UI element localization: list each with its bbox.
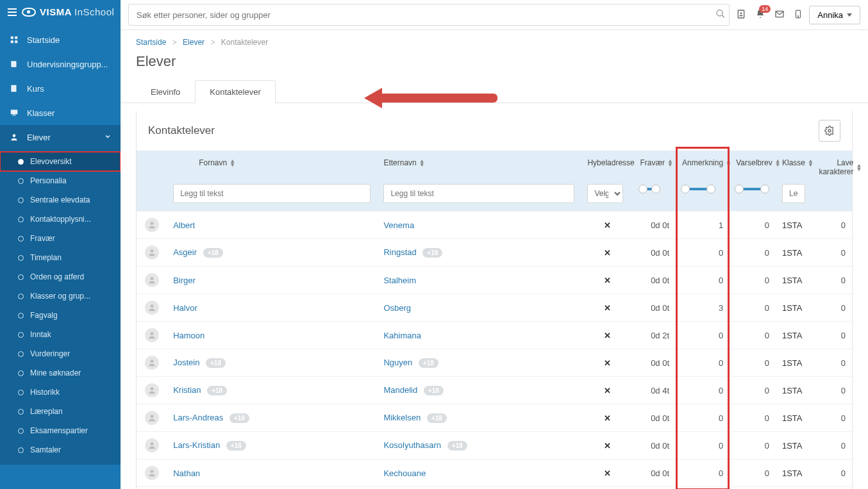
filter-anmerk-slider[interactable] bbox=[682, 188, 714, 190]
subnav-item-mine-s-knader[interactable]: Mine søknader bbox=[0, 363, 121, 383]
x-icon[interactable]: ✕ bbox=[604, 441, 611, 451]
etternavn-link[interactable]: Mandelid bbox=[383, 385, 417, 395]
x-icon[interactable]: ✕ bbox=[604, 468, 611, 478]
search-input[interactable] bbox=[128, 4, 730, 26]
subnav-item-elevoversikt[interactable]: Elevoversikt bbox=[0, 152, 121, 171]
bell-icon[interactable]: 14 bbox=[755, 9, 765, 21]
breadcrumb-level2[interactable]: Elever bbox=[183, 38, 204, 47]
col-fravar[interactable]: Fravær▲▼ bbox=[633, 151, 676, 180]
fornavn-link[interactable]: Asgeir bbox=[173, 247, 197, 257]
etternavn-link[interactable]: Stalheim bbox=[383, 276, 416, 285]
fornavn-link[interactable]: Hamoon bbox=[173, 331, 204, 340]
sidebar-item-klasser[interactable]: Klasser bbox=[0, 101, 121, 125]
fornavn-link[interactable]: Birger bbox=[173, 276, 196, 285]
etternavn-link[interactable]: Mikkelsen bbox=[383, 413, 421, 422]
hamburger-icon[interactable] bbox=[8, 8, 17, 16]
svg-point-17 bbox=[150, 304, 153, 308]
envelope-icon[interactable] bbox=[774, 9, 785, 21]
avatar bbox=[145, 273, 159, 287]
chevron-down-icon bbox=[104, 133, 112, 142]
x-icon[interactable]: ✕ bbox=[604, 303, 611, 313]
col-hybel[interactable]: Hybeladresse bbox=[581, 151, 633, 180]
table-row[interactable]: BirgerStalheim✕0d 0t001STA0 bbox=[137, 267, 852, 294]
x-icon[interactable]: ✕ bbox=[604, 331, 611, 340]
tab-elevinfo[interactable]: Elevinfo bbox=[136, 80, 195, 103]
subnav-item-historikk[interactable]: Historikk bbox=[0, 383, 121, 402]
sidebar-item-elever[interactable]: Elever bbox=[0, 125, 121, 149]
etternavn-link[interactable]: Osberg bbox=[383, 303, 411, 313]
user-menu-button[interactable]: Annika bbox=[809, 6, 860, 24]
subnav-item-fagvalg[interactable]: Fagvalg bbox=[0, 306, 121, 325]
subnav-item-sentrale-elevdata[interactable]: Sentrale elevdata bbox=[0, 190, 121, 210]
subnav-item-inntak[interactable]: Inntak bbox=[0, 325, 121, 344]
etternavn-link[interactable]: Ringstad bbox=[383, 247, 416, 257]
subnav-item-eksamenspartier[interactable]: Eksamenspartier bbox=[0, 421, 121, 440]
mobile-icon[interactable] bbox=[794, 9, 803, 21]
sidebar-item-kurs[interactable]: Kurs bbox=[0, 76, 121, 101]
filter-fravar-slider[interactable] bbox=[640, 188, 659, 190]
age-badge: +18 bbox=[422, 248, 442, 258]
sidebar-item-label: Elever bbox=[27, 133, 51, 142]
x-icon[interactable]: ✕ bbox=[604, 386, 611, 395]
svg-point-13 bbox=[828, 129, 831, 132]
fornavn-link[interactable]: Nathan bbox=[173, 468, 200, 478]
filter-hybel-select[interactable]: Velg a bbox=[587, 184, 623, 203]
x-icon[interactable]: ✕ bbox=[604, 248, 611, 258]
filter-etternavn-input[interactable] bbox=[383, 184, 574, 203]
etternavn-link[interactable]: Kahimana bbox=[383, 331, 421, 340]
filter-klasse-input[interactable] bbox=[782, 184, 805, 203]
subnav-item-frav-r[interactable]: Fravær bbox=[0, 229, 121, 248]
table-row[interactable]: Kristian +18Mandelid +18✕0d 4t001STA0 bbox=[137, 377, 852, 404]
table-row[interactable]: Lars-Kristian +18Kosolyuthasarn +18✕0d 0… bbox=[137, 432, 852, 460]
subnav-item-vurderinger[interactable]: Vurderinger bbox=[0, 344, 121, 363]
search-icon[interactable] bbox=[715, 9, 726, 21]
table-row[interactable]: HalvorOsberg✕0d 0t301STA0 bbox=[137, 294, 852, 322]
svg-point-20 bbox=[150, 387, 153, 390]
col-klasse[interactable]: Klasse▲▼ bbox=[776, 151, 812, 180]
table-row[interactable]: AlbertVenema✕0d 0t101STA0 bbox=[137, 211, 852, 239]
fornavn-link[interactable]: Halvor bbox=[173, 303, 197, 313]
table-row[interactable]: HamoonKahimana✕0d 2t001STA0 bbox=[137, 322, 852, 349]
subnav-item-samtaler[interactable]: Samtaler bbox=[0, 440, 121, 460]
subnav-item-kontaktopplysni-[interactable]: Kontaktopplysni... bbox=[0, 210, 121, 229]
table-row[interactable]: Lars-Andreas +18Mikkelsen +18✕0d 0t001ST… bbox=[137, 404, 852, 432]
col-fornavn[interactable]: Fornavn▲▼ bbox=[167, 151, 377, 180]
etternavn-link[interactable]: Kosolyuthasarn bbox=[383, 440, 441, 450]
col-anmerkning[interactable]: Anmerkning▲▼ bbox=[676, 151, 730, 180]
fornavn-link[interactable]: Lars-Andreas bbox=[173, 413, 223, 422]
fornavn-link[interactable]: Albert bbox=[173, 220, 195, 230]
x-icon[interactable]: ✕ bbox=[604, 220, 611, 230]
cell-fravar: 0d 4t bbox=[633, 377, 676, 404]
x-icon[interactable]: ✕ bbox=[604, 413, 611, 423]
address-book-icon[interactable] bbox=[736, 9, 746, 21]
cell-fravar: 0d 0t bbox=[633, 349, 676, 377]
etternavn-link[interactable]: Venema bbox=[383, 220, 414, 230]
etternavn-link[interactable]: Nguyen bbox=[383, 358, 412, 367]
fornavn-link[interactable]: Kristian bbox=[173, 385, 201, 395]
col-lave[interactable]: Lave karakterer▲▼ bbox=[812, 151, 852, 180]
filter-fornavn-input[interactable] bbox=[173, 184, 371, 203]
sidebar-item-startside[interactable]: Startside bbox=[0, 28, 121, 52]
table-row[interactable]: NathanKechouane✕0d 0t001STA0 bbox=[137, 460, 852, 487]
subnav-item-orden-og-atferd[interactable]: Orden og atferd bbox=[0, 267, 121, 286]
cell-anmerkning: 3 bbox=[676, 294, 730, 322]
col-varselbrev[interactable]: Varselbrev▲▼ bbox=[730, 151, 776, 180]
table-row[interactable]: Jostein +18Nguyen +18✕0d 0t001STA0 bbox=[137, 349, 852, 377]
etternavn-link[interactable]: Kechouane bbox=[383, 468, 426, 478]
breadcrumb-root[interactable]: Startside bbox=[136, 38, 166, 47]
col-etternavn[interactable]: Etternavn▲▼ bbox=[377, 151, 581, 180]
subnav-item-l-replan[interactable]: Læreplan bbox=[0, 402, 121, 421]
subnav-item-personalia[interactable]: Personalia bbox=[0, 171, 121, 190]
x-icon[interactable]: ✕ bbox=[604, 358, 611, 368]
subnav-item-klasser-og-grup-[interactable]: Klasser og grup... bbox=[0, 286, 121, 306]
tab-kontaktelever[interactable]: Kontaktelever bbox=[195, 80, 276, 103]
fornavn-link[interactable]: Jostein bbox=[173, 358, 199, 367]
sidebar-item-undervisningsgrupp-[interactable]: Undervisningsgrupp... bbox=[0, 52, 121, 76]
x-icon[interactable]: ✕ bbox=[604, 276, 611, 285]
subnav-item-timeplan[interactable]: Timeplan bbox=[0, 248, 121, 267]
fornavn-link[interactable]: Lars-Kristian bbox=[173, 440, 220, 450]
brand-logo[interactable]: VISMA InSchool bbox=[22, 6, 114, 17]
gear-button[interactable] bbox=[819, 120, 840, 142]
table-row[interactable]: Asgeir +18Ringstad +18✕0d 0t001STA0 bbox=[137, 239, 852, 267]
filter-varsel-slider[interactable] bbox=[736, 188, 768, 190]
